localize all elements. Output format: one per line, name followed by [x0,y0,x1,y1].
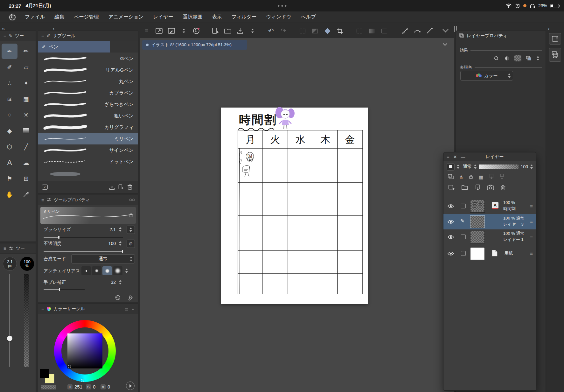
import-subtool-icon[interactable] [108,183,116,192]
hue-marker[interactable] [81,379,84,382]
save-options-stepper[interactable] [248,26,257,35]
delete-layer-icon[interactable] [500,185,506,192]
layer-visibility-icon[interactable] [448,220,454,224]
border-effect-icon[interactable] [491,54,501,63]
new-page-icon[interactable] [211,26,220,35]
layer-row-selected[interactable]: ✎ 100 % 通常 レイヤー 3 ≡ [443,214,536,229]
new-layer-icon[interactable] [448,184,455,192]
layer-drag-handle[interactable]: ≡ [530,203,533,209]
transfer-down-icon[interactable] [499,174,505,181]
layer-visibility-icon[interactable] [448,251,454,256]
tone-effect-icon[interactable] [502,54,512,63]
menu-layer[interactable]: レイヤー [153,14,173,20]
new-folder-icon[interactable] [461,184,469,192]
subtool-group-tab[interactable]: ✐ ペン [38,41,110,52]
pen-tool-icon[interactable]: ✒ [2,44,17,59]
snap-line-icon[interactable] [425,26,434,35]
figure-tool-icon[interactable]: ▦ [18,91,34,107]
layer-drag-handle[interactable]: ≡ [530,234,533,240]
menu-file[interactable]: ファイル [25,14,45,20]
crop-canvas-icon[interactable] [335,26,344,35]
fit-screen-icon[interactable] [155,26,164,35]
layer-row-text[interactable]: A 100 % 時間割 ≡ [443,198,536,214]
antialias-middle-option[interactable] [102,266,112,275]
menu-edit[interactable]: 編集 [54,14,64,20]
menu-view[interactable]: 表示 [212,14,222,20]
menu-selection[interactable]: 選択範囲 [183,14,202,20]
antialias-stepper[interactable] [125,269,128,273]
layer-select-checkbox[interactable] [461,204,466,208]
gradient-icon[interactable] [367,26,376,35]
layer-thumbnail[interactable] [470,247,485,260]
hand-tool-icon[interactable]: ✋ [2,187,17,202]
camera-icon[interactable] [487,185,494,192]
open-file-icon[interactable] [223,26,232,35]
decoration-tool-icon[interactable]: ✦ [18,75,34,91]
clipstudio-logo[interactable] [8,13,17,21]
material-panel-icon[interactable] [549,33,561,45]
main-color-swatch[interactable] [40,369,49,378]
clipstudio-spiral-icon[interactable] [192,26,201,35]
preview-lock-icon[interactable] [129,212,133,219]
antialias-weak-option[interactable] [92,266,101,275]
subtool-item-kaburapen[interactable]: カブラペン [38,87,138,99]
effect-stepper[interactable] [537,56,539,60]
menu-window[interactable]: ウィンドウ [266,14,291,20]
brush-size-badge[interactable]: 2.1px [3,257,17,271]
layer-thumbnail[interactable] [470,215,485,228]
color-panel-menu-icon[interactable]: ≡ [41,306,44,312]
brush-size-slider-knob[interactable] [7,336,12,341]
antialias-none-option[interactable] [81,266,91,275]
link-icon[interactable] [129,198,135,203]
balloon-tool-icon[interactable]: ☁ [18,155,34,170]
blend-tool-icon[interactable]: ≋ [2,91,17,107]
brush-density-badge[interactable]: 100% [20,257,34,271]
layers-dock-icon[interactable] [549,48,561,62]
gradient-tool-icon[interactable] [18,123,34,138]
hamburger-menu-icon[interactable]: ≡ [142,26,151,35]
eraser-tool-icon[interactable]: ▱ [18,60,34,75]
line-tool-icon[interactable]: ╱ [18,139,34,154]
lock-layer-icon[interactable] [469,174,473,181]
blend-mode-stepper[interactable] [130,257,132,261]
layer-window-titlebar[interactable]: ≡ ✕ — レイヤー [443,152,536,161]
merge-down-icon[interactable] [489,174,494,181]
menu-page[interactable]: ページ管理 [74,14,99,20]
layer-opacity-slider[interactable] [479,164,519,169]
subtool-item-zaratsuki[interactable]: ざらつきペン [38,99,138,110]
layer-visibility-icon[interactable] [448,204,454,208]
mask-area-icon[interactable] [380,26,389,35]
color-history-play-icon[interactable] [126,382,135,390]
subtool-item-marupen[interactable]: 丸ペン [38,76,138,87]
layer-thumbnail[interactable] [470,200,485,213]
layer-drag-handle[interactable]: ≡ [530,219,533,224]
snap-ruler-icon[interactable] [400,26,409,35]
subtool-panel-menu-icon[interactable]: ≡ [41,33,44,38]
frame-tool-icon[interactable]: ⊞ [18,171,34,186]
layer-color-effect-icon[interactable] [524,54,533,63]
canvas-page[interactable]: 時間割 月 火 水 木 [221,108,368,304]
blend-mode-dropdown[interactable]: 通常 [71,254,135,263]
document-tab[interactable]: イラスト 8* (1600 x 1200px 72dpi 51.3%) [142,40,247,50]
menu-animation[interactable]: アニメーション [108,14,144,20]
subtool-item-partial[interactable] [38,167,138,181]
tool-settings-wrench-icon[interactable] [126,293,135,302]
layer-window-close-icon[interactable]: ✕ [453,154,457,159]
layer-opacity-stepper[interactable] [530,164,533,169]
menu-help[interactable]: ヘルプ [301,14,316,20]
transparent-swatch[interactable] [41,385,56,389]
object-tool-icon[interactable]: ⬡ [2,139,17,154]
color-slider-tab-icon[interactable]: ▤ [124,306,129,312]
layer-blend-stepper[interactable] [474,164,477,169]
reset-tool-icon[interactable] [113,293,122,302]
text-tool-icon[interactable]: A [2,155,17,170]
layer-window-menu-icon[interactable]: ≡ [447,154,449,159]
opacity-stepper[interactable] [119,241,122,246]
opacity-effect-button[interactable]: ⊘ [127,240,135,248]
eyedropper-tool-icon[interactable] [18,187,34,202]
palette-color-stepper[interactable] [457,164,459,169]
airbrush-tool-icon[interactable]: ∴ [2,75,17,91]
layer-row[interactable]: 100 % 通常 レイヤー 1 ≡ [443,229,536,245]
save-icon[interactable] [236,26,245,35]
clip-at-layer-icon[interactable] [448,174,454,180]
